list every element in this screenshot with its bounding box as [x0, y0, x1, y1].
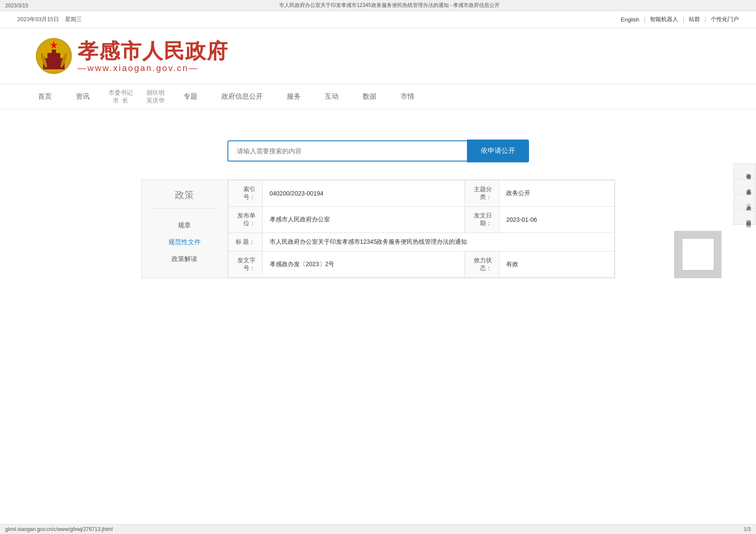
nav-topic[interactable]: 专题	[171, 84, 209, 109]
logo-text-area: 孝感市人民政府 —www.xiaogan.gov.cn—	[78, 39, 228, 73]
policy-left-item-zhengcejiedu[interactable]: 政策解读	[150, 251, 219, 267]
nav-data[interactable]: 数据	[351, 84, 389, 109]
nav-interact[interactable]: 互动	[313, 84, 351, 109]
government-emblem	[34, 37, 73, 75]
nav-name1: 胡玖明	[146, 89, 165, 96]
table-row: 标 题： 市人民政府办公室关于印发孝感市12345政务服务便民热线管理办法的通知	[228, 233, 614, 251]
label-fabudanwei: 发布单位：	[228, 206, 262, 233]
search-area: 依申请公开	[227, 140, 529, 162]
personal-portal-link[interactable]: 个性化门户	[711, 16, 739, 23]
browser-bar: 2023/3/15 市人民政府办公室关于印发孝感市12345政务服务便民热线管理…	[0, 0, 756, 11]
nav-bar: 首页 资讯 市委书记 市 长 胡玖明 吴庆华 专题 政府信息公开 服务 互动 数…	[0, 84, 756, 109]
sidebar-item-zhengcewenda[interactable]: 政策问答	[734, 210, 756, 225]
main-content: 依申请公开 政策 规章 规范性文件 政策解读 索引号： 040200/2023-…	[0, 109, 756, 300]
utility-date: 2023年03月15日	[17, 16, 59, 22]
nav-secretary-line2: 市 长	[113, 96, 128, 104]
sidebar-item-xiaoganjifabu[interactable]: 孝感发布	[734, 179, 756, 194]
qr-code-area	[674, 231, 722, 278]
utility-weekday: 星期三	[65, 16, 82, 22]
right-sidebar: 微孝天下 孝感发布 云上孝感 政策问答	[734, 164, 756, 226]
nav-service[interactable]: 服务	[275, 84, 313, 109]
policy-left-item-guizhang[interactable]: 规章	[150, 217, 219, 234]
label-biaoTi: 标 题：	[228, 233, 262, 251]
table-row: 索引号： 040200/2023-00194 主题分类： 政务公开	[228, 180, 614, 206]
value-zhutifenlei: 政务公开	[499, 180, 614, 206]
label-fawenzihao: 发文字号：	[228, 251, 262, 277]
utility-links: English ｜ 智能机器人 ｜ 站群 ｜ 个性化门户	[621, 16, 739, 23]
site-group-link[interactable]: 站群	[689, 16, 700, 23]
policy-right-panel: 索引号： 040200/2023-00194 主题分类： 政务公开 发布单位： …	[228, 180, 615, 278]
nav-news[interactable]: 资讯	[64, 84, 102, 109]
sidebar-item-yunshangxiaogan[interactable]: 云上孝感	[734, 195, 756, 209]
policy-section: 政策 规章 规范性文件 政策解读 索引号： 040200/2023-00194 …	[141, 180, 615, 278]
svg-rect-3	[47, 53, 60, 59]
svg-rect-8	[43, 68, 65, 69]
value-suoyinhao: 040200/2023-00194	[262, 180, 465, 206]
label-xiaolizhuangtai: 效力状态：	[465, 251, 499, 277]
policy-left-item-guifanxingwenjian[interactable]: 规范性文件	[150, 234, 219, 251]
robot-link[interactable]: 智能机器人	[650, 16, 678, 23]
divider2: ｜	[681, 16, 686, 23]
label-zhutifenlei: 主题分类：	[465, 180, 499, 206]
table-row: 发布单位： 孝感市人民政府办公室 发文日期： 2023-01-06	[228, 206, 614, 233]
table-row: 发文字号： 孝感政办发〔2023〕2号 效力状态： 有效	[228, 251, 614, 277]
svg-rect-4	[52, 50, 56, 54]
english-link[interactable]: English	[621, 16, 639, 23]
policy-left-panel: 政策 规章 规范性文件 政策解读	[142, 180, 228, 278]
info-table: 索引号： 040200/2023-00194 主题分类： 政务公开 发布单位： …	[228, 180, 615, 278]
value-fawenriqi: 2023-01-06	[499, 206, 614, 233]
utility-date-area: 2023年03月15日 星期三	[17, 16, 82, 23]
nav-secretary-line1: 市委书记	[109, 89, 133, 96]
search-input[interactable]	[227, 140, 467, 161]
nav-names[interactable]: 胡玖明 吴庆华	[140, 84, 171, 109]
label-fawenriqi: 发文日期：	[465, 206, 499, 233]
nav-city[interactable]: 市情	[389, 84, 426, 109]
qr-code-inner	[682, 238, 714, 270]
nav-name2: 吴庆华	[146, 96, 165, 104]
policy-wrapper: 政策 规章 规范性文件 政策解读 索引号： 040200/2023-00194 …	[34, 180, 722, 278]
sidebar-item-weixiaotianxia[interactable]: 微孝天下	[734, 164, 756, 178]
policy-section-title: 政策	[150, 189, 219, 208]
logo-subtitle: —www.xiaogan.gov.cn—	[78, 63, 228, 73]
value-fawenzihao: 孝感政办发〔2023〕2号	[262, 251, 465, 277]
nav-secretary[interactable]: 市委书记 市 长	[102, 84, 140, 109]
browser-date: 2023/3/15	[5, 3, 28, 9]
value-fabudanwei: 孝感市人民政府办公室	[262, 206, 465, 233]
logo-title: 孝感市人民政府	[78, 39, 228, 62]
apply-public-button[interactable]: 依申请公开	[467, 140, 529, 162]
nav-gov-info[interactable]: 政府信息公开	[209, 84, 275, 109]
divider3: ｜	[703, 16, 708, 23]
label-suoyinhao: 索引号：	[228, 180, 262, 206]
divider1: ｜	[642, 16, 647, 23]
value-xiaolizhuangtai: 有效	[499, 251, 614, 277]
utility-bar: 2023年03月15日 星期三 English ｜ 智能机器人 ｜ 站群 ｜ 个…	[0, 11, 756, 28]
browser-title: 市人民政府办公室关于印发孝感市12345政务服务便民热线管理办法的通知 - 孝感…	[28, 2, 751, 9]
logo-area: 孝感市人民政府 —www.xiaogan.gov.cn—	[0, 28, 756, 84]
nav-home[interactable]: 首页	[26, 84, 64, 109]
value-biaoti: 市人民政府办公室关于印发孝感市12345政务服务便民热线管理办法的通知	[262, 233, 614, 251]
